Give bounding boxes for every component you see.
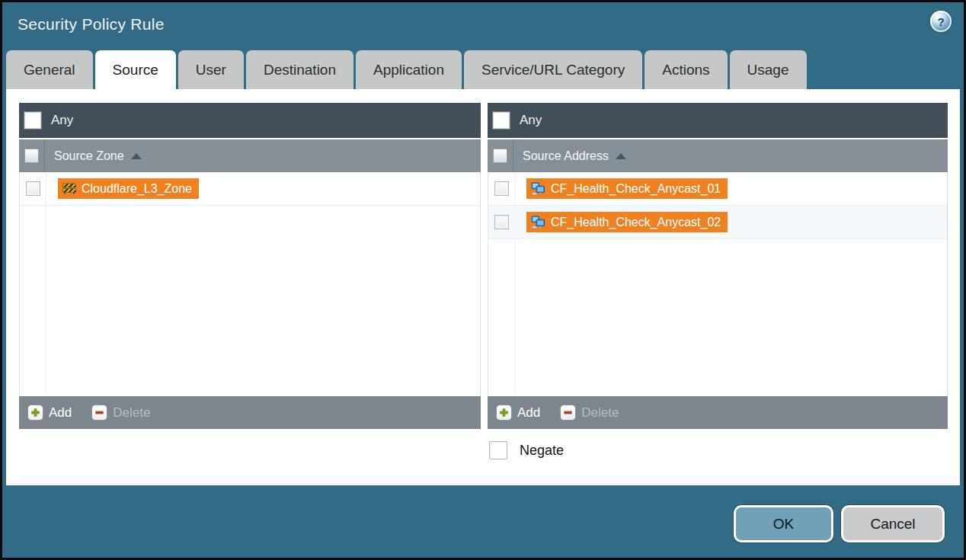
add-button[interactable]: Add <box>496 405 540 421</box>
source-tab-content: Any Source Zone <box>6 89 960 485</box>
table-row: CF_Health_Check_Anycast_02 <box>488 206 947 239</box>
source-address-item[interactable]: CF_Health_Check_Anycast_02 <box>526 212 728 232</box>
minus-icon <box>91 405 107 421</box>
page-title: Security Policy Rule <box>18 15 165 34</box>
source-zone-any-checkbox[interactable] <box>24 112 41 129</box>
tab-application[interactable]: Application <box>356 50 462 89</box>
tab-general[interactable]: General <box>6 50 93 89</box>
source-address-row-checkbox[interactable] <box>494 215 509 229</box>
network-hosts-icon <box>531 182 545 195</box>
source-zone-select-all-checkbox[interactable] <box>24 149 39 163</box>
tab-usage[interactable]: Usage <box>730 50 807 89</box>
plus-icon <box>496 405 512 421</box>
negate-checkbox[interactable] <box>489 441 507 459</box>
sort-ascending-arrow-icon <box>616 153 626 159</box>
title-bar: Security Policy Rule ? <box>2 2 964 50</box>
source-address-row-checkbox[interactable] <box>494 181 509 196</box>
source-address-item[interactable]: CF_Health_Check_Anycast_01 <box>526 178 728 199</box>
source-address-any-label: Any <box>520 113 542 128</box>
source-zone-item-label: Cloudflare_L3_Zone <box>82 182 192 196</box>
help-icon[interactable]: ? <box>930 11 952 32</box>
source-zone-any-label: Any <box>51 113 73 128</box>
security-policy-rule-dialog: Security Policy Rule ? General Source Us… <box>0 0 966 560</box>
minus-icon <box>560 405 576 421</box>
source-address-select-all-checkbox[interactable] <box>493 149 507 163</box>
source-zone-any-header: Any <box>19 103 481 138</box>
source-address-panel: Any Source Address <box>488 103 948 429</box>
negate-row: Negate <box>489 441 564 459</box>
tab-service-url-category[interactable]: Service/URL Category <box>464 50 642 89</box>
source-address-footer-bar: Add Delete <box>488 396 948 429</box>
source-zone-row-checkbox[interactable] <box>26 181 40 196</box>
delete-button[interactable]: Delete <box>91 405 150 421</box>
network-hosts-icon <box>531 216 545 229</box>
sort-ascending-arrow-icon <box>131 153 142 159</box>
tab-destination[interactable]: Destination <box>246 50 353 89</box>
plus-icon <box>27 405 43 421</box>
ok-button[interactable]: OK <box>734 505 833 542</box>
tab-actions[interactable]: Actions <box>645 50 727 89</box>
table-row: Cloudflare_L3_Zone <box>20 172 480 206</box>
source-zone-item[interactable]: Cloudflare_L3_Zone <box>58 178 199 199</box>
source-zone-list: Cloudflare_L3_Zone <box>19 172 481 396</box>
source-address-list: CF_Health_Check_Anycast_01 <box>488 172 948 396</box>
tab-source[interactable]: Source <box>95 50 176 89</box>
tab-user[interactable]: User <box>178 50 244 89</box>
source-address-any-header: Any <box>488 103 948 138</box>
source-address-item-label: CF_Health_Check_Anycast_02 <box>551 216 721 229</box>
delete-button[interactable]: Delete <box>560 405 619 421</box>
source-address-column-header[interactable]: Source Address <box>488 139 948 172</box>
source-zone-column-header[interactable]: Source Zone <box>19 139 481 172</box>
zone-barricade-icon <box>62 183 76 194</box>
source-address-column-label: Source Address <box>523 149 609 163</box>
table-row: CF_Health_Check_Anycast_01 <box>488 172 947 206</box>
source-address-any-checkbox[interactable] <box>493 112 510 129</box>
source-zone-panel: Any Source Zone <box>19 103 481 429</box>
source-address-item-label: CF_Health_Check_Anycast_01 <box>551 182 721 196</box>
negate-label: Negate <box>520 443 564 459</box>
add-button[interactable]: Add <box>27 405 72 421</box>
source-zone-column-label: Source Zone <box>54 149 124 163</box>
cancel-button[interactable]: Cancel <box>841 505 945 542</box>
source-zone-footer-bar: Add Delete <box>19 396 481 429</box>
tab-bar: General Source User Destination Applicat… <box>6 50 807 89</box>
